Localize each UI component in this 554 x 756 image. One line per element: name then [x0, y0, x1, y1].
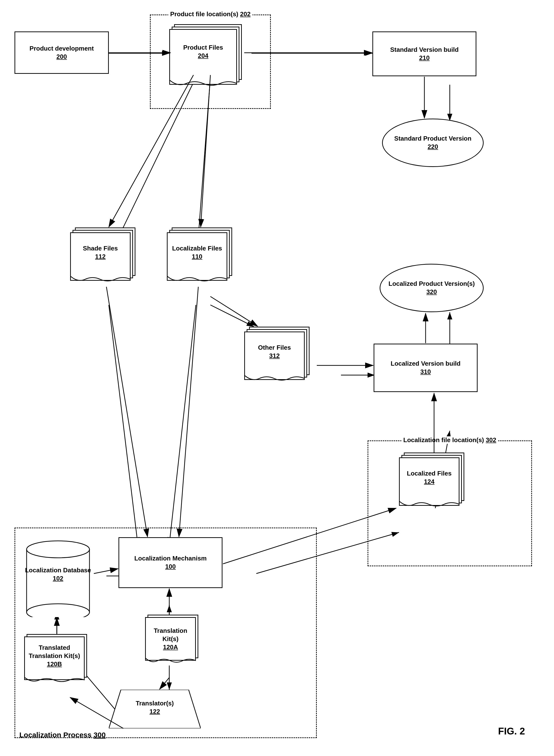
svg-line-7 [210, 305, 254, 327]
localized-version-build-label: Localized Version build [391, 360, 461, 368]
standard-version-build-number: 210 [390, 54, 458, 62]
shade-files-stack: Shade Files 112 [68, 228, 140, 295]
standard-product-version-label: Standard Product Version [394, 135, 471, 143]
fig-label: FIG. 2 [498, 726, 525, 737]
localization-mechanism-box: Localization Mechanism 100 [118, 537, 222, 588]
translators-number: 122 [109, 708, 201, 716]
standard-version-build-box: Standard Version build 210 [372, 32, 477, 76]
translated-kit-label: Translated Translation Kit(s) [24, 644, 85, 660]
localization-mechanism-label: Localization Mechanism [134, 554, 207, 563]
localized-files-number: 124 [399, 478, 459, 486]
svg-line-11 [109, 305, 138, 545]
translation-kit-label: Translation Kit(s) [145, 627, 196, 643]
standard-product-version-ellipse: Standard Product Version 220 [382, 118, 484, 167]
localization-file-location-number: 302 [486, 436, 496, 444]
translators-label: Translator(s) [109, 699, 201, 708]
localized-files-label: Localized Files [399, 469, 459, 478]
localized-product-version-label: Localized Product Version(s) [389, 280, 475, 288]
translated-kit-number: 120B [24, 660, 85, 668]
other-files-stack: Other Files 312 [242, 327, 314, 395]
svg-line-12 [169, 305, 196, 545]
localized-version-build-box: Localized Version build 310 [374, 344, 478, 392]
localizable-files-label: Localizable Files [167, 244, 227, 253]
product-files-number: 204 [169, 52, 237, 60]
localized-version-build-number: 310 [391, 368, 461, 376]
localized-product-version-ellipse: Localized Product Version(s) 320 [380, 264, 484, 312]
localized-files-stack: Localized Files 124 [397, 453, 469, 520]
other-files-label: Other Files [244, 344, 305, 352]
diagram-container: Product development 200 Product file loc… [0, 0, 554, 756]
svg-line-33 [106, 287, 148, 537]
localization-process-label: Localization Process 300 [19, 731, 106, 739]
localization-database-label: Localization Database [24, 566, 92, 574]
product-file-location-label: Product file location(s) [170, 10, 238, 18]
product-file-location-number: 202 [240, 10, 251, 18]
localizable-files-number: 110 [167, 253, 227, 261]
translators-trapezoid: Translator(s) 122 [109, 690, 201, 728]
localization-file-location-label: Localization file location(s) [403, 436, 484, 444]
svg-line-29 [210, 296, 258, 326]
svg-point-20 [26, 541, 90, 558]
translation-kit-stack: Translation Kit(s) 120A [143, 615, 203, 677]
localization-database-number: 102 [24, 574, 92, 583]
shade-files-label: Shade Files [70, 244, 130, 253]
other-files-number: 312 [244, 352, 305, 360]
product-development-number: 200 [30, 53, 94, 61]
product-files-stack: Product Files 204 [167, 24, 244, 104]
translation-kit-number: 120A [145, 643, 196, 651]
localization-database-cylinder: Localization Database 102 [24, 540, 92, 617]
standard-version-build-label: Standard Version build [390, 46, 458, 54]
localizable-files-stack: Localizable Files 110 [164, 228, 237, 295]
svg-line-34 [179, 287, 198, 537]
standard-product-version-number: 220 [394, 143, 471, 151]
translated-translation-kit-stack: Translated Translation Kit(s) 120B [22, 634, 92, 697]
product-files-label: Product Files [169, 44, 237, 52]
product-development-box: Product development 200 [14, 32, 109, 74]
shade-files-number: 112 [70, 253, 130, 261]
product-development-label: Product development [30, 45, 94, 53]
localization-mechanism-number: 100 [134, 563, 207, 571]
localized-product-version-number: 320 [389, 288, 475, 296]
